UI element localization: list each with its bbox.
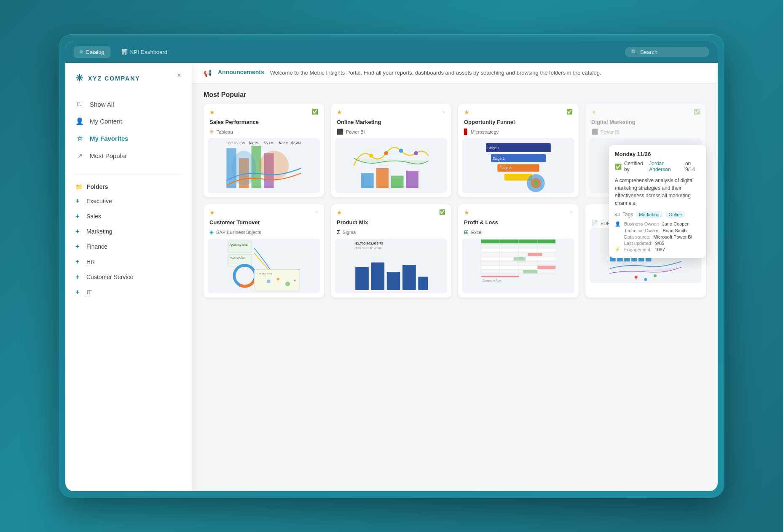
- search-bar[interactable]: 🔍 Search: [625, 47, 709, 57]
- folder-item-it[interactable]: + IT: [65, 285, 192, 300]
- folder-item-executive[interactable]: + Executive: [65, 193, 192, 209]
- svg-point-11: [369, 154, 373, 158]
- db-icon: [615, 234, 621, 239]
- micro-icon: ▊: [464, 129, 468, 135]
- svg-point-14: [414, 151, 418, 155]
- spark-icon: ⚡: [615, 247, 621, 252]
- my-content-label: My Content: [90, 118, 122, 125]
- card-source-sap: ◈ SAP BusinessObjects: [204, 227, 324, 239]
- star-icon-5: ★: [209, 209, 215, 216]
- svg-text:Stage 2: Stage 2: [493, 157, 505, 161]
- business-owner-value: Jane Cooper: [662, 221, 689, 226]
- tab-kpi-label: KPI Dashboard: [130, 49, 167, 55]
- folder-item-hr[interactable]: + HR: [65, 254, 192, 269]
- folder-finance-label: Finance: [86, 243, 107, 250]
- svg-point-37: [267, 279, 271, 283]
- excel-icon: ⊞: [464, 229, 469, 235]
- folder-item-sales[interactable]: + Sales: [65, 209, 192, 224]
- card-header-2: ★ ○: [331, 104, 451, 119]
- folder-customer-service-label: Customer Service: [86, 274, 133, 280]
- tableau-icon: ✳: [209, 129, 214, 135]
- folder-plus-icon-6: +: [75, 273, 82, 281]
- star-icon-2: ★: [337, 109, 342, 116]
- catalog-dot-icon: [80, 50, 83, 54]
- svg-rect-58: [514, 257, 526, 261]
- card-product-mix[interactable]: ★ ✅ Product Mix Σ Sigma $1,700,963,637.7…: [331, 204, 451, 298]
- popup-certified: ✅ Certified by Jordan Anderson on 9/14: [615, 161, 700, 172]
- tab-catalog[interactable]: Catalog: [74, 46, 110, 58]
- sidebar-item-show-all[interactable]: 🗂 Show All: [65, 96, 192, 113]
- card-title-turnover: Customer Turnover: [204, 219, 324, 227]
- card-customer-turnover[interactable]: ★ ○ Customer Turnover ◈ SAP BusinessObje…: [204, 204, 324, 298]
- folder-plus-icon-4: +: [75, 243, 82, 250]
- folder-sales-label: Sales: [86, 213, 101, 220]
- sidebar-close-button[interactable]: ×: [173, 70, 185, 81]
- card-source-micro: ▊ Microstrategy: [458, 127, 579, 138]
- card-header-7: ★ ○: [458, 204, 579, 219]
- my-content-icon: 👤: [75, 117, 84, 125]
- folder-item-finance[interactable]: + Finance: [65, 239, 192, 254]
- svg-rect-18: [406, 171, 418, 188]
- svg-point-79: [644, 278, 647, 281]
- card-sales-performance[interactable]: ★ ✅ Sales Performance ✳ Tableau: [204, 104, 324, 197]
- logo-icon: ✳: [75, 73, 84, 84]
- card-title-funnel: Opportunity Funnel: [458, 119, 579, 127]
- svg-text:Stage 1: Stage 1: [488, 146, 500, 150]
- svg-rect-17: [391, 176, 404, 188]
- tab-catalog-label: Catalog: [86, 49, 105, 55]
- popup-cert-icon: ✅: [615, 164, 622, 170]
- popup-cert-link[interactable]: Jordan Anderson: [649, 161, 683, 172]
- nav-section: 🗂 Show All 👤 My Content ☆ My Favorites ↗…: [65, 96, 192, 171]
- star-icon-7: ★: [464, 209, 469, 216]
- svg-text:OVERVIEW: OVERVIEW: [226, 141, 245, 145]
- popup-cert-text: Certified by: [624, 161, 646, 172]
- folder-item-customer-service[interactable]: + Customer Service: [65, 269, 192, 285]
- sidebar-item-my-content[interactable]: 👤 My Content: [65, 113, 192, 130]
- business-owner-row: Business Owner: Jane Cooper: [624, 221, 700, 227]
- svg-text:$3.9M: $3.9M: [249, 141, 259, 145]
- sidebar-item-most-popular[interactable]: ↗ Most Popular: [65, 147, 192, 164]
- card-title-marketing: Online Marketing: [331, 119, 451, 127]
- folder-item-marketing[interactable]: + Marketing: [65, 224, 192, 239]
- grey-cert-5: ○: [315, 209, 318, 215]
- person-icon-2: [615, 228, 621, 233]
- popup-tag-online[interactable]: Online: [665, 211, 686, 218]
- star-icon-6: ★: [337, 209, 342, 216]
- card-title-4: Digital Marketing: [585, 119, 706, 127]
- grey-cert-icon-2: ○: [442, 109, 445, 115]
- svg-text:Stage 3: Stage 3: [499, 166, 512, 170]
- svg-text:Sales Goal: Sales Goal: [231, 257, 245, 260]
- popup-tag-marketing[interactable]: Marketing: [636, 211, 662, 218]
- svg-rect-29: [228, 241, 252, 253]
- card-source-4: ⬛ Power BI: [585, 127, 706, 138]
- svg-point-25: [533, 180, 538, 185]
- certified-icon-6: ✅: [439, 209, 445, 215]
- card-profit-loss[interactable]: ★ ○ Profit & Loss ⊞ Excel: [458, 204, 579, 298]
- svg-point-5: [259, 151, 289, 181]
- folder-marketing-label: Marketing: [86, 228, 112, 235]
- svg-point-38: [277, 278, 280, 281]
- svg-rect-16: [376, 168, 389, 188]
- tech-owner-label: Technical Owner:: [624, 228, 660, 233]
- popup-tags-row: 🏷 Tags Marketing Online: [615, 211, 700, 218]
- device-frame: Catalog 📊 KPI Dashboard 🔍 Search × ✳ XYZ…: [59, 34, 724, 498]
- folder-plus-icon-3: +: [75, 228, 82, 235]
- folders-icon: 📁: [75, 183, 83, 190]
- sidebar-item-my-favorites[interactable]: ☆ My Favorites: [65, 130, 192, 147]
- tab-kpi-dashboard[interactable]: 📊 KPI Dashboard: [115, 46, 173, 58]
- folder-executive-label: Executive: [86, 198, 112, 204]
- svg-rect-59: [523, 270, 537, 274]
- card-opportunity-funnel[interactable]: ★ ✅ Opportunity Funnel ▊ Microstrategy: [458, 104, 579, 197]
- svg-text:$1,700,963,637.75: $1,700,963,637.75: [355, 242, 383, 245]
- pdf-icon: 📄: [591, 220, 598, 226]
- last-updated-label: Last updated:: [624, 241, 652, 246]
- certified-icon-3: ✅: [566, 109, 573, 115]
- data-source-row: Data source: Microsoft Power BI: [624, 234, 700, 239]
- card-header-6: ★ ✅: [331, 204, 451, 219]
- popup-tags-label: Tags: [622, 212, 633, 218]
- folder-hr-label: HR: [86, 258, 95, 265]
- card-online-marketing[interactable]: ★ ○ Online Marketing ⬛ Power BI: [331, 104, 451, 197]
- folder-plus-icon-2: +: [75, 212, 82, 220]
- last-updated-row: Last updated: 9/05: [624, 241, 700, 246]
- company-logo: ✳ XYZ COMPANY: [65, 73, 192, 96]
